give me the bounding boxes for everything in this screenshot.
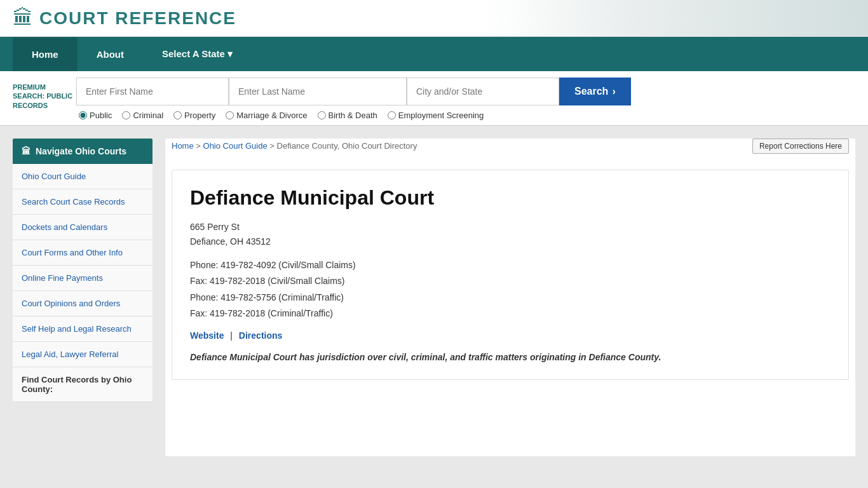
court-info-card: Defiance Municipal Court 665 Perry St De… xyxy=(172,170,849,380)
logo[interactable]: 🏛 COURT REFERENCE xyxy=(13,6,236,30)
search-bar: PREMIUM SEARCH: PUBLIC RECORDS Search › … xyxy=(0,71,868,126)
city-state-input[interactable] xyxy=(407,78,559,105)
links-separator: | xyxy=(230,330,233,341)
nav-about[interactable]: About xyxy=(78,37,143,71)
sidebar-item-find-records: Find Court Records by Ohio County: xyxy=(13,367,153,402)
court-phones: Phone: 419-782-4092 (Civil/Small Claims)… xyxy=(190,257,831,322)
logo-icon: 🏛 xyxy=(13,6,33,30)
nav-home[interactable]: Home xyxy=(13,37,78,71)
sidebar-item-court-forms[interactable]: Court Forms and Other Info xyxy=(13,240,153,266)
breadcrumb: Home > Ohio Court Guide > Defiance Count… xyxy=(172,139,417,153)
search-fields: Search › Public Criminal Property Marria… xyxy=(76,78,855,120)
court-address-line2: Defiance, OH 43512 xyxy=(190,234,831,248)
sidebar-header-label: Navigate Ohio Courts xyxy=(36,146,126,156)
sidebar-item-legal-aid[interactable]: Legal Aid, Lawyer Referral xyxy=(13,342,153,367)
sidebar-item-search-court-case-records[interactable]: Search Court Case Records xyxy=(13,189,153,215)
court-directions-link[interactable]: Directions xyxy=(239,330,282,341)
breadcrumb-ohio-guide[interactable]: Ohio Court Guide xyxy=(203,141,268,151)
court-website-link[interactable]: Website xyxy=(190,330,224,341)
last-name-input[interactable] xyxy=(229,78,407,105)
search-button[interactable]: Search › xyxy=(559,78,631,105)
content-area: Home > Ohio Court Guide > Defiance Count… xyxy=(165,139,855,456)
court-phone1: Phone: 419-782-4092 (Civil/Small Claims) xyxy=(190,257,831,273)
sidebar-item-online-fine-payments[interactable]: Online Fine Payments xyxy=(13,266,153,291)
court-address-line1: 665 Perry St xyxy=(190,220,831,234)
radio-birth-death[interactable]: Birth & Death xyxy=(318,111,377,120)
court-name: Defiance Municipal Court xyxy=(190,186,831,210)
radio-criminal[interactable]: Criminal xyxy=(122,111,163,120)
radio-property[interactable]: Property xyxy=(173,111,215,120)
radio-public[interactable]: Public xyxy=(79,111,112,120)
sidebar-item-ohio-court-guide[interactable]: Ohio Court Guide xyxy=(13,164,153,189)
sidebar-header-icon: 🏛 xyxy=(22,146,31,156)
sidebar-item-court-opinions[interactable]: Court Opinions and Orders xyxy=(13,291,153,316)
premium-label: PREMIUM SEARCH: PUBLIC RECORDS xyxy=(13,78,76,110)
first-name-input[interactable] xyxy=(76,78,229,105)
nav-select-state[interactable]: Select A State ▾ xyxy=(143,37,252,71)
logo-text: COURT REFERENCE xyxy=(39,8,236,29)
court-fax2: Fax: 419-782-2018 (Criminal/Traffic) xyxy=(190,306,831,322)
search-inputs: Search › xyxy=(76,78,855,105)
main-content: 🏛 Navigate Ohio Courts Ohio Court Guide … xyxy=(0,126,868,469)
court-links: Website | Directions xyxy=(190,330,831,341)
breadcrumb-home[interactable]: Home xyxy=(172,141,194,151)
sidebar-item-self-help[interactable]: Self Help and Legal Research xyxy=(13,316,153,342)
court-address: 665 Perry St Defiance, OH 43512 xyxy=(190,220,831,248)
header-background xyxy=(487,0,868,36)
court-jurisdiction: Defiance Municipal Court has jurisdictio… xyxy=(190,351,831,364)
radio-employment-screening[interactable]: Employment Screening xyxy=(388,111,484,120)
court-phone2: Phone: 419-782-5756 (Criminal/Traffic) xyxy=(190,290,831,306)
court-fax1: Fax: 419-782-2018 (Civil/Small Claims) xyxy=(190,273,831,289)
sidebar-header: 🏛 Navigate Ohio Courts xyxy=(13,139,153,164)
sidebar-item-dockets-calendars[interactable]: Dockets and Calendars xyxy=(13,215,153,240)
sidebar: 🏛 Navigate Ohio Courts Ohio Court Guide … xyxy=(13,139,153,456)
search-type-radio-group: Public Criminal Property Marriage & Divo… xyxy=(76,109,855,120)
main-nav: Home About Select A State ▾ xyxy=(0,37,868,71)
breadcrumb-current: Defiance County, Ohio Court Directory xyxy=(277,141,417,151)
radio-marriage-divorce[interactable]: Marriage & Divorce xyxy=(226,111,307,120)
site-header: 🏛 COURT REFERENCE xyxy=(0,0,868,37)
report-corrections-button[interactable]: Report Corrections Here xyxy=(752,139,849,154)
